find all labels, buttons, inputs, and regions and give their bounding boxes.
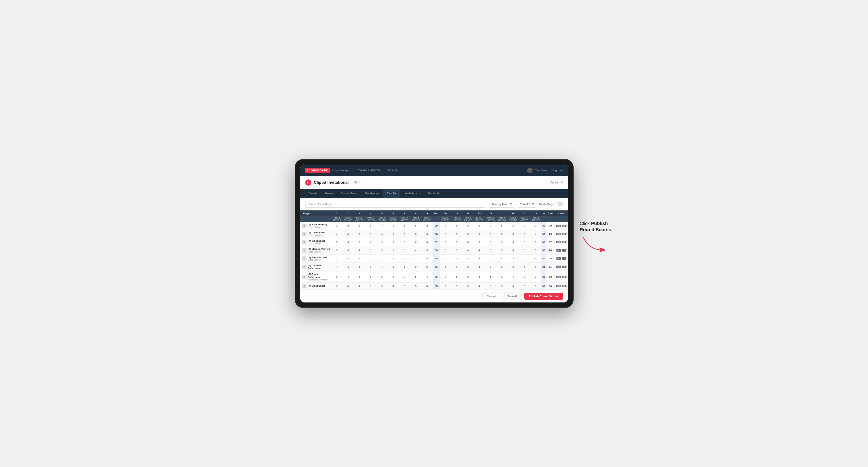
score-hole-7[interactable]: 6 [399,230,410,238]
score-hole-1[interactable]: 3 [331,283,342,290]
score-hole-3[interactable]: 3 [353,238,365,246]
score-hole-3[interactable]: 4 [353,246,365,254]
score-hole-4[interactable]: 3 [365,262,376,271]
score-hole-18[interactable]: 5 [530,246,541,254]
score-hole-13[interactable]: 4 [473,283,485,290]
score-hole-5[interactable]: 4 [376,222,388,230]
score-hole-7[interactable]: 6 [399,246,410,254]
score-hole-7[interactable]: 4 [399,254,410,262]
score-hole-2[interactable]: 3 [342,222,353,230]
score-hole-8[interactable]: 5 [410,283,422,290]
nav-teams[interactable]: TEAMS [387,169,399,172]
score-hole-1[interactable]: 3 [331,272,342,283]
score-hole-18[interactable]: 6 [530,254,541,262]
score-hole-8[interactable]: 3 [410,262,422,271]
score-hole-8[interactable]: 6 [410,222,422,230]
dq-badge[interactable]: DQ [562,285,566,287]
score-hole-17[interactable]: 3 [519,222,530,230]
tab-details[interactable]: Details [305,189,321,198]
tab-course-setup[interactable]: Course Setup [337,189,361,198]
score-hole-6[interactable]: 3 [388,238,399,246]
score-hole-15[interactable]: 5 [496,246,507,254]
score-hole-18[interactable]: 3 [530,272,541,283]
score-hole-4[interactable]: 5 [365,222,376,230]
score-hole-1[interactable]: 4 [331,262,342,271]
score-hole-5[interactable]: 3 [376,272,388,283]
score-hole-1[interactable]: 4 [331,230,342,238]
score-hole-16[interactable]: 4 [507,238,519,246]
wd-badge[interactable]: WD [556,241,561,243]
score-hole-2[interactable]: 3 [342,254,353,262]
tab-printables[interactable]: Printables [425,189,444,198]
score-hole-5[interactable]: 4 [376,262,388,271]
score-hole-8[interactable]: 6 [410,238,422,246]
score-hole-1[interactable]: 3 [331,222,342,230]
score-hole-14[interactable]: 5 [485,254,496,262]
score-hole-3[interactable]: 5 [353,262,365,271]
score-hole-9[interactable]: 4 [422,283,433,290]
score-hole-9[interactable]: 4 [422,230,433,238]
score-hole-16[interactable]: 5 [507,222,519,230]
score-hole-11[interactable]: 5 [451,222,462,230]
score-hole-16[interactable]: 4 [507,230,519,238]
score-hole-4[interactable]: 4 [365,238,376,246]
score-hole-10[interactable]: 5 [440,254,451,262]
wd-badge[interactable]: WD [556,257,561,260]
score-hole-8[interactable]: 3 [410,254,422,262]
score-hole-7[interactable]: 3 [399,283,410,290]
score-hole-4[interactable]: 5 [365,283,376,290]
score-hole-11[interactable]: 5 [451,283,462,290]
score-hole-7[interactable]: 5 [399,222,410,230]
score-hole-1[interactable]: 5 [331,246,342,254]
score-hole-3[interactable]: 3 [353,230,365,238]
score-hole-15[interactable]: 3 [496,262,507,271]
score-hole-5[interactable]: 3 [376,254,388,262]
score-hole-1[interactable]: 5 [331,238,342,246]
score-hole-10[interactable]: 3 [440,246,451,254]
score-hole-2[interactable]: 4 [342,272,353,283]
score-hole-17[interactable]: 5 [519,254,530,262]
score-hole-17[interactable]: 5 [519,246,530,254]
score-hole-8[interactable]: 4 [410,246,422,254]
score-hole-13[interactable]: 3 [473,238,485,246]
score-hole-14[interactable]: 5 [485,283,496,290]
cancel-button[interactable]: Cancel [482,292,500,300]
wd-badge[interactable]: WD [556,233,561,235]
score-hole-10[interactable]: 3 [440,238,451,246]
score-hole-13[interactable]: 3 [473,262,485,271]
tab-teams[interactable]: Teams [321,189,337,198]
score-hole-12[interactable]: 3 [462,283,473,290]
score-hole-11[interactable]: 5 [451,246,462,254]
score-hole-7[interactable]: 3 [399,272,410,283]
score-hole-8[interactable]: 5 [410,230,422,238]
score-hole-6[interactable]: 5 [388,254,399,262]
score-hole-15[interactable]: 3 [496,272,507,283]
score-hole-11[interactable]: 5 [451,230,462,238]
dq-badge[interactable]: DQ [562,233,566,235]
score-hole-12[interactable]: 5 [462,238,473,246]
score-hole-16[interactable]: 3 [507,254,519,262]
score-hole-12[interactable]: 3 [462,272,473,283]
score-hole-7[interactable]: 5 [399,262,410,271]
filter-by-team[interactable]: Filter by team [489,201,515,208]
score-hole-11[interactable]: 5 [451,272,462,283]
score-hole-12[interactable]: 5 [462,230,473,238]
score-hole-3[interactable]: 4 [353,283,365,290]
score-hole-16[interactable]: 5 [507,262,519,271]
score-hole-6[interactable]: 3 [388,230,399,238]
save-all-button[interactable]: Save All [503,292,522,300]
score-hole-13[interactable]: 4 [473,246,485,254]
score-hole-14[interactable]: 3 [485,246,496,254]
publish-round-scores-button[interactable]: Publish Round Scores [524,293,563,300]
score-hole-2[interactable]: 3 [342,238,353,246]
score-hole-5[interactable]: 3 [376,283,388,290]
score-hole-11[interactable]: 3 [451,238,462,246]
score-hole-18[interactable]: 3 [530,262,541,271]
score-hole-9[interactable]: 4 [422,272,433,283]
score-hole-12[interactable]: 4 [462,246,473,254]
nav-tournaments[interactable]: TOURNAMENTS [356,169,381,172]
score-hole-2[interactable]: 4 [342,283,353,290]
score-hole-3[interactable]: 4 [353,272,365,283]
score-hole-4[interactable]: 3 [365,230,376,238]
score-hole-18[interactable]: 3 [530,238,541,246]
